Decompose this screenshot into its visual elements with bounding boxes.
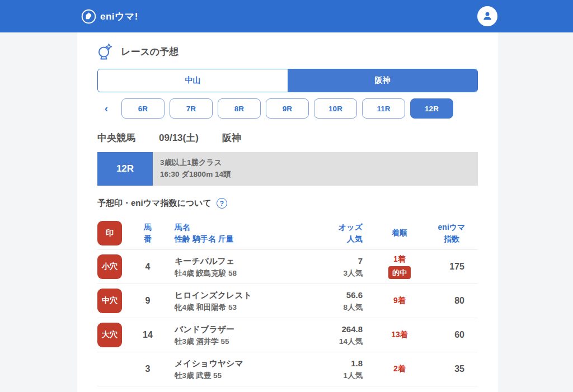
- crystal-ball-icon: [97, 43, 112, 60]
- main-panel: レースの予想 中山 阪神 ‹ 6R 7R 8R 9R 10R 11R 12R 中…: [77, 32, 498, 392]
- eniuma-index-value: 60: [425, 330, 478, 340]
- tab-nakayama[interactable]: 中山: [98, 69, 288, 92]
- horse-number: 4: [130, 262, 166, 272]
- race-button-7r[interactable]: 7R: [170, 98, 213, 119]
- app-logo[interactable]: eniウマ!: [81, 9, 138, 24]
- app-header: eniウマ!: [0, 0, 573, 32]
- chevron-left-icon[interactable]: ‹: [97, 98, 115, 119]
- popularity-value: 14人気: [313, 336, 363, 347]
- odds-cell: 7 3人気: [313, 254, 374, 279]
- table-row[interactable]: 3 メイショウヤシマ 牡3歳 武豊 55 1.8 1人気 2着 35: [97, 352, 478, 386]
- horse-detail: 牡3歳 武豊 55: [175, 370, 313, 381]
- horse-name-header: 馬名 性齢 騎手名 斤量: [166, 221, 313, 245]
- table-header-row: 印 馬 番 馬名 性齢 騎手名 斤量 オッズ 人気 着順 eniウマ 指数: [97, 216, 478, 250]
- venue-tabs: 中山 阪神: [97, 69, 478, 92]
- eniuma-index-header: eniウマ 指数: [425, 221, 478, 245]
- race-button-11r[interactable]: 11R: [362, 98, 405, 119]
- horse-name: メイショウヤシマ: [175, 357, 313, 370]
- popularity-value: 3人気: [313, 268, 363, 279]
- odds-cell: 56.6 8人気: [313, 289, 374, 313]
- horse-detail: 牝4歳 和田陽希 53: [175, 302, 313, 313]
- race-date-label: 09/13(土): [159, 131, 199, 144]
- finish-position: 9着: [374, 296, 425, 306]
- odds-cell: 264.8 14人気: [313, 323, 374, 347]
- horse-number-header: 馬 番: [130, 221, 166, 245]
- person-icon: [481, 10, 494, 22]
- odds-value: 264.8: [313, 323, 363, 336]
- question-circle-icon[interactable]: ?: [217, 198, 227, 209]
- horse-name: バンドブラザー: [175, 323, 313, 336]
- about-index-line: 予想印・eniウマ指数について ?: [97, 198, 478, 209]
- horse-info: ヒロインズクレスト 牝4歳 和田陽希 53: [166, 289, 313, 313]
- venue-label: 阪神: [222, 131, 241, 144]
- eniuma-index-value: 35: [425, 364, 478, 374]
- race-button-9r[interactable]: 9R: [266, 98, 309, 119]
- horse-logo-icon: [81, 9, 96, 24]
- prediction-mark-badge: 小穴: [97, 254, 122, 279]
- race-button-6r[interactable]: 6R: [121, 98, 165, 119]
- table-row[interactable]: 小穴 4 キーチパルフェ 牡4歳 鮫島克駿 58 7 3人気 1着 的中 175: [97, 250, 478, 284]
- eniuma-index-value: 80: [425, 296, 478, 306]
- race-number-nav: ‹ 6R 7R 8R 9R 10R 11R 12R: [97, 98, 478, 119]
- odds-value: 7: [313, 254, 363, 268]
- result-header: 着順: [374, 227, 425, 239]
- tab-hanshin[interactable]: 阪神: [288, 69, 477, 92]
- odds-value: 56.6: [313, 289, 363, 302]
- horse-info: キーチパルフェ 牡4歳 鮫島克駿 58: [166, 254, 313, 279]
- horse-detail: 牡4歳 鮫島克駿 58: [175, 268, 313, 279]
- race-class-label: 3歳以上1勝クラス: [160, 157, 478, 169]
- horse-info: メイショウヤシマ 牡3歳 武豊 55: [166, 357, 313, 381]
- page-title: レースの予想: [121, 45, 179, 58]
- result-cell: 13着: [374, 330, 425, 340]
- table-row[interactable]: 中穴 9 ヒロインズクレスト 牝4歳 和田陽希 53 56.6 8人気 9着 8…: [97, 284, 478, 318]
- race-date-line: 中央競馬 09/13(土) 阪神: [97, 131, 478, 144]
- race-button-12r[interactable]: 12R: [410, 98, 453, 119]
- prediction-table: 印 馬 番 馬名 性齢 騎手名 斤量 オッズ 人気 着順 eniウマ 指数 小: [97, 216, 478, 386]
- result-cell: 9着: [374, 296, 425, 306]
- finish-position: 1着: [374, 254, 425, 265]
- popularity-value: 1人気: [313, 370, 363, 381]
- hit-badge: 的中: [388, 266, 411, 279]
- horse-name: キーチパルフェ: [175, 254, 313, 268]
- result-cell: 1着 的中: [374, 254, 425, 279]
- popularity-value: 8人気: [313, 302, 363, 313]
- horse-info: バンドブラザー 牡3歳 酒井学 55: [166, 323, 313, 347]
- prediction-mark-badge: 中穴: [97, 289, 122, 313]
- horse-detail: 牡3歳 酒井学 55: [175, 336, 313, 347]
- section-title: レースの予想: [97, 43, 478, 60]
- eniuma-index-value: 175: [425, 262, 478, 272]
- odds-cell: 1.8 1人気: [313, 357, 374, 381]
- app-logo-text: eniウマ!: [100, 10, 138, 23]
- result-cell: 2着: [374, 364, 425, 374]
- mark-column-header: 印: [97, 221, 122, 245]
- user-avatar-button[interactable]: [477, 6, 497, 26]
- race-number-badge: 12R: [97, 152, 153, 186]
- about-index-label: 予想印・eniウマ指数について: [97, 198, 212, 209]
- racing-org-label: 中央競馬: [97, 131, 135, 144]
- prediction-mark-badge: 大穴: [97, 323, 122, 347]
- finish-position: 2着: [374, 364, 425, 374]
- race-button-10r[interactable]: 10R: [314, 98, 357, 119]
- race-info-text: 3歳以上1勝クラス 16:30 ダ1800m 14頭: [153, 152, 478, 186]
- table-row[interactable]: 大穴 14 バンドブラザー 牡3歳 酒井学 55 264.8 14人気 13着 …: [97, 318, 478, 352]
- odds-header: オッズ 人気: [313, 221, 374, 245]
- odds-value: 1.8: [313, 357, 363, 370]
- horse-number: 9: [130, 296, 166, 306]
- race-info-banner: 12R 3歳以上1勝クラス 16:30 ダ1800m 14頭: [97, 152, 478, 186]
- horse-name: ヒロインズクレスト: [175, 289, 313, 302]
- race-details-label: 16:30 ダ1800m 14頭: [160, 169, 478, 181]
- finish-position: 13着: [374, 330, 425, 340]
- horse-number: 14: [130, 330, 166, 340]
- race-button-8r[interactable]: 8R: [218, 98, 261, 119]
- horse-number: 3: [130, 364, 166, 374]
